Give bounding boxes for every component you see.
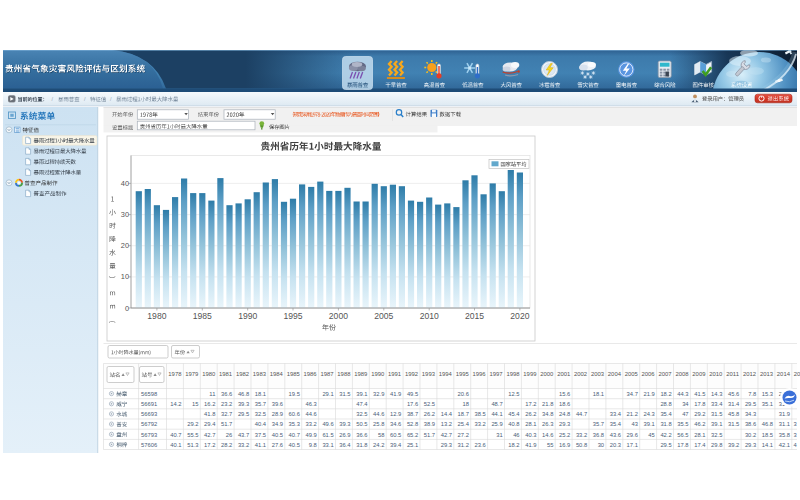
svg-text:1995: 1995	[283, 311, 302, 321]
svg-text:49.6: 49.6	[322, 421, 333, 427]
svg-text:10: 10	[121, 272, 129, 281]
svg-text:40.7: 40.7	[170, 432, 181, 438]
svg-text:3: 3	[794, 421, 797, 427]
svg-text:36.6: 36.6	[221, 391, 232, 397]
svg-text:44.6: 44.6	[373, 411, 384, 417]
svg-text:31.4: 31.4	[728, 401, 740, 407]
svg-text:41.1: 41.1	[255, 442, 266, 448]
svg-text:1986: 1986	[304, 371, 318, 377]
svg-text:1984: 1984	[270, 371, 284, 377]
svg-text:51.7: 51.7	[424, 432, 435, 438]
svg-text:35.3: 35.3	[289, 421, 300, 427]
svg-text:33.4: 33.4	[711, 401, 723, 407]
svg-text:31.9: 31.9	[779, 411, 790, 417]
svg-text:56693: 56693	[141, 411, 157, 417]
svg-text:31.8: 31.8	[356, 442, 367, 448]
svg-text:24.2: 24.2	[373, 442, 384, 448]
svg-text:2010: 2010	[420, 311, 439, 321]
svg-text:18: 18	[462, 401, 468, 407]
svg-text:57606: 57606	[141, 442, 157, 448]
svg-text:20: 20	[121, 241, 129, 250]
svg-text:2006: 2006	[642, 371, 656, 377]
svg-text:35.4: 35.4	[660, 411, 672, 417]
svg-text:43.7: 43.7	[238, 432, 249, 438]
svg-text:58: 58	[378, 432, 384, 438]
svg-text:15.3: 15.3	[762, 391, 773, 397]
svg-text:14.6: 14.6	[542, 432, 553, 438]
svg-text:39.6: 39.6	[272, 401, 283, 407]
svg-text:1990: 1990	[238, 311, 257, 321]
svg-text:34.8: 34.8	[542, 411, 553, 417]
svg-text:17.1: 17.1	[627, 442, 638, 448]
svg-text:26.3: 26.3	[542, 421, 553, 427]
svg-text:46.8: 46.8	[238, 391, 249, 397]
svg-text:29.2: 29.2	[187, 421, 198, 427]
svg-text:41.5: 41.5	[694, 391, 705, 397]
svg-text:33.2: 33.2	[238, 442, 249, 448]
svg-text:35.4: 35.4	[610, 421, 622, 427]
svg-text:17.2: 17.2	[204, 442, 215, 448]
svg-text:2003: 2003	[591, 371, 605, 377]
svg-text:60.5: 60.5	[390, 432, 401, 438]
svg-text:25.8: 25.8	[373, 421, 384, 427]
svg-text:2020: 2020	[510, 311, 529, 321]
svg-text:35.7: 35.7	[593, 421, 604, 427]
svg-text:3: 3	[794, 432, 797, 438]
svg-text:31.5: 31.5	[339, 391, 350, 397]
svg-text:34.9: 34.9	[272, 421, 283, 427]
svg-text:15.6: 15.6	[559, 391, 570, 397]
svg-text:38.9: 38.9	[424, 421, 435, 427]
svg-text:1997: 1997	[489, 371, 502, 377]
svg-text:33.2: 33.2	[576, 432, 587, 438]
svg-text:35.7: 35.7	[255, 401, 266, 407]
svg-text:44.6: 44.6	[306, 411, 317, 417]
svg-text:17.6: 17.6	[407, 401, 418, 407]
svg-text:2000: 2000	[329, 311, 348, 321]
svg-text:1991: 1991	[388, 371, 401, 377]
svg-text:1978: 1978	[168, 371, 182, 377]
svg-text:33.2: 33.2	[306, 421, 317, 427]
svg-text:52.8: 52.8	[407, 421, 418, 427]
svg-text:47: 47	[682, 411, 688, 417]
svg-text:26: 26	[226, 432, 232, 438]
svg-text:14.2: 14.2	[170, 401, 181, 407]
svg-text:28.1: 28.1	[694, 432, 705, 438]
svg-text:39.4: 39.4	[390, 442, 402, 448]
svg-text:26.2: 26.2	[424, 411, 435, 417]
svg-text:23.2: 23.2	[221, 401, 232, 407]
svg-text:18.1: 18.1	[593, 391, 604, 397]
svg-text:18.5: 18.5	[762, 432, 773, 438]
svg-text:61.5: 61.5	[322, 432, 333, 438]
svg-text:38.6: 38.6	[745, 421, 756, 427]
svg-text:28.9: 28.9	[272, 411, 283, 417]
svg-text:52.5: 52.5	[424, 401, 435, 407]
svg-text:36.6: 36.6	[356, 432, 367, 438]
svg-text:28.1: 28.1	[525, 421, 536, 427]
svg-text:2015: 2015	[794, 371, 800, 377]
svg-text:2014: 2014	[777, 371, 791, 377]
svg-text:46.8: 46.8	[762, 421, 773, 427]
svg-text:16.9: 16.9	[559, 442, 570, 448]
svg-text:51.3: 51.3	[187, 442, 198, 448]
svg-text:45.4: 45.4	[508, 411, 520, 417]
svg-text:40: 40	[121, 179, 129, 188]
svg-text:1980: 1980	[147, 311, 166, 321]
svg-text:30: 30	[121, 210, 129, 219]
svg-text:44.3: 44.3	[677, 391, 688, 397]
svg-text:56792: 56792	[141, 421, 157, 427]
svg-text:23.6: 23.6	[475, 442, 486, 448]
svg-text:29.5: 29.5	[238, 411, 249, 417]
svg-text:7.8: 7.8	[748, 391, 756, 397]
svg-text:18.7: 18.7	[458, 411, 469, 417]
svg-text:32.5: 32.5	[255, 411, 266, 417]
svg-text:2013: 2013	[760, 371, 774, 377]
svg-text:18.2: 18.2	[508, 442, 519, 448]
svg-text:42.7: 42.7	[441, 432, 452, 438]
svg-text:2004: 2004	[608, 371, 622, 377]
svg-text:24.3: 24.3	[644, 411, 655, 417]
svg-text:1987: 1987	[321, 371, 334, 377]
svg-text:19.5: 19.5	[289, 391, 300, 397]
svg-text:40.3: 40.3	[525, 432, 536, 438]
svg-text:65.2: 65.2	[407, 432, 418, 438]
svg-text:49.9: 49.9	[306, 432, 317, 438]
